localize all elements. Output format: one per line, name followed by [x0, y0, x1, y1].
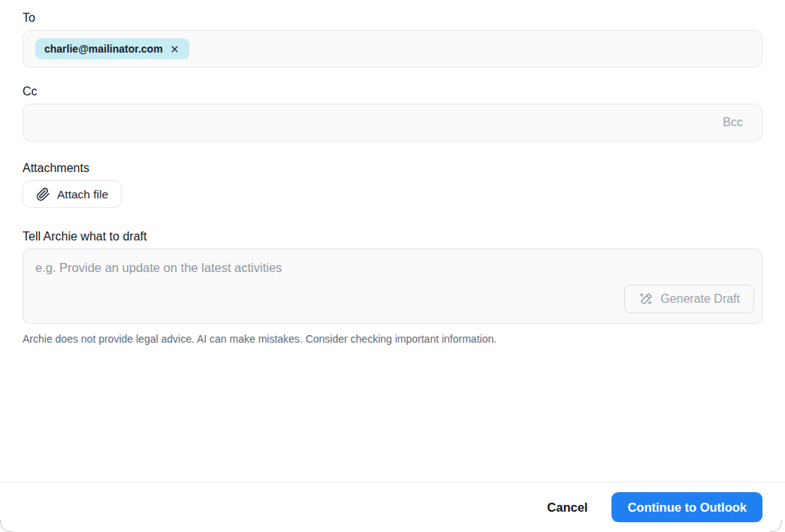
bcc-toggle-button[interactable]: Bcc — [723, 116, 743, 129]
recipient-chip: charlie@mailinator.com — [35, 38, 189, 59]
attach-file-button[interactable]: Attach file — [23, 180, 122, 208]
cc-section: Cc Bcc — [23, 84, 762, 141]
dialog-footer: Cancel Continue to Outlook — [0, 482, 785, 532]
generate-draft-button[interactable]: Generate Draft — [624, 285, 754, 313]
draft-prompt-box: Generate Draft — [23, 249, 762, 324]
to-label: To — [23, 11, 762, 26]
to-section: To charlie@mailinator.com — [23, 11, 762, 68]
generate-draft-label: Generate Draft — [660, 292, 740, 306]
paperclip-icon — [36, 187, 50, 201]
attach-file-label: Attach file — [57, 188, 108, 201]
remove-recipient-icon[interactable] — [170, 44, 180, 54]
cc-label: Cc — [23, 84, 762, 99]
cc-input[interactable]: Bcc — [23, 104, 762, 141]
draft-prompt-label: Tell Archie what to draft — [23, 229, 762, 244]
to-input[interactable]: charlie@mailinator.com — [23, 30, 762, 68]
wand-sparkles-icon — [639, 292, 653, 307]
ai-disclaimer-text: Archie does not provide legal advice. AI… — [23, 333, 762, 346]
draft-prompt-section: Tell Archie what to draft Generate Draft — [23, 229, 762, 324]
recipient-chip-email: charlie@mailinator.com — [44, 43, 163, 55]
cancel-button[interactable]: Cancel — [545, 494, 589, 521]
attachments-section: Attachments Attach file — [23, 161, 762, 208]
attachments-label: Attachments — [23, 161, 762, 176]
compose-form: To charlie@mailinator.com Cc Bcc Attachm… — [0, 0, 785, 346]
continue-to-outlook-button[interactable]: Continue to Outlook — [611, 492, 762, 522]
